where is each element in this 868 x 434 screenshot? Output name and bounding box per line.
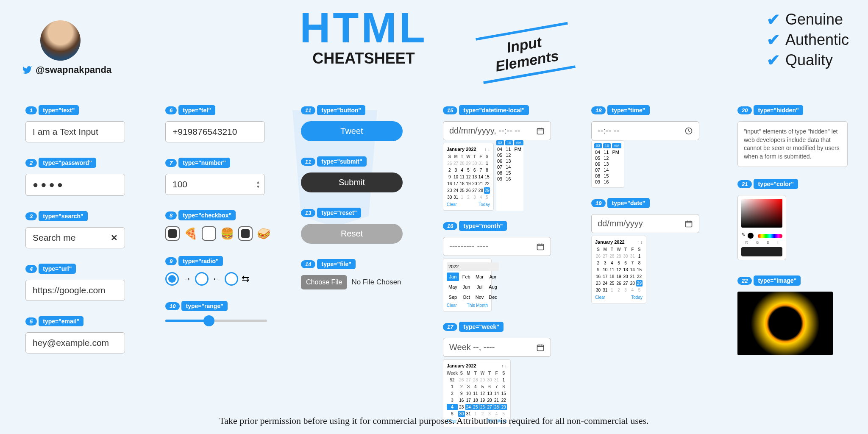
tag-banner: Input Elements <box>475 18 576 88</box>
radio-input[interactable] <box>225 272 238 286</box>
num-badge: 1 <box>25 106 37 114</box>
text-input[interactable]: I am a Text Input <box>25 121 125 142</box>
calendar-icon <box>684 220 693 228</box>
checklist: ✔Genuine ✔Authentic ✔Quality <box>767 10 849 71</box>
date-popup[interactable]: January 2022↑ ↓ SMTWTFS26272829303112345… <box>591 236 646 303</box>
month-input[interactable]: --------- ---- <box>443 237 551 256</box>
clock-icon <box>684 127 693 135</box>
week-input[interactable]: Week --, ---- <box>443 338 551 357</box>
datetime-local-input[interactable]: dd/mm/yyyy, --:-- -- <box>443 121 551 140</box>
sandwich-icon: 🥪 <box>257 227 270 240</box>
check-icon: ✔ <box>767 31 780 49</box>
month-popup[interactable]: 2022JanFebMarAprMayJunJulAugSepOctNovDec… <box>443 259 492 312</box>
check-icon: ✔ <box>767 10 780 29</box>
checkbox-input[interactable] <box>165 226 180 241</box>
file-choose-button[interactable]: Choose File <box>301 275 347 289</box>
tel-input[interactable]: +919876543210 <box>165 121 265 142</box>
burger-icon: 🍔 <box>220 227 234 240</box>
twitter-icon <box>22 65 32 75</box>
file-status: No File Chosen <box>351 278 401 287</box>
calendar-icon <box>536 343 545 352</box>
hue-slider[interactable] <box>758 234 782 238</box>
radio-input[interactable] <box>165 272 179 286</box>
avatar <box>40 20 81 61</box>
color-swatch <box>741 247 782 256</box>
calendar-icon <box>536 242 545 251</box>
range-input[interactable] <box>165 320 267 322</box>
reset-button[interactable]: Reset <box>301 224 403 244</box>
color-input[interactable]: ✎ R G B I <box>737 195 786 260</box>
arrow-right-icon: → <box>182 273 192 284</box>
eyedropper-icon[interactable]: ✎ <box>741 232 745 237</box>
time-input[interactable]: --:-- -- <box>591 121 699 140</box>
calendar-icon <box>536 127 545 135</box>
stepper-icon[interactable]: ▲▼ <box>256 180 260 189</box>
svg-rect-2 <box>537 345 544 351</box>
date-input[interactable]: dd/mm/yyyy <box>591 214 699 233</box>
check-icon: ✔ <box>767 51 780 70</box>
type-badge: type="text" <box>39 105 79 115</box>
url-input[interactable]: https://google.com <box>25 280 125 301</box>
submit-button[interactable]: Submit <box>301 172 403 192</box>
time-spinner[interactable]: 0310AM 0411PM05120613071408150916 <box>496 140 523 211</box>
pizza-icon: 🍕 <box>184 227 198 240</box>
svg-rect-0 <box>537 128 544 134</box>
number-input[interactable]: 100▲▼ <box>165 174 265 195</box>
subtitle: CHEATSHEET <box>289 50 438 67</box>
password-input[interactable]: ●●●● <box>25 174 125 196</box>
checkbox-input[interactable] <box>238 226 253 241</box>
twitter-handle: @swapnakpanda <box>36 64 111 75</box>
radio-input[interactable] <box>195 272 209 286</box>
search-input[interactable]: Search me✕ <box>25 227 125 248</box>
checkbox-input[interactable] <box>202 226 216 241</box>
main-title: HTML <box>289 6 438 49</box>
svg-rect-1 <box>537 244 544 250</box>
color-preview <box>748 233 754 239</box>
arrow-left-icon: ← <box>212 273 221 284</box>
calendar-popup[interactable]: January 2022↑ ↓ SMTWTFS26272829303112345… <box>443 143 494 211</box>
time-popup[interactable]: 0310AM 0411PM05120613071408150916 <box>591 140 624 188</box>
email-input[interactable]: hey@example.com <box>25 332 125 353</box>
svg-rect-4 <box>686 221 692 227</box>
swap-icon: ⇆ <box>242 273 249 284</box>
color-gradient[interactable] <box>741 199 782 228</box>
footer-text: Take prior permission before using it fo… <box>0 415 868 426</box>
hidden-description: "input" elements of type "hidden" let we… <box>737 121 848 167</box>
clear-icon[interactable]: ✕ <box>111 233 118 243</box>
range-thumb[interactable] <box>203 315 214 326</box>
image-input[interactable] <box>737 292 833 355</box>
tweet-button[interactable]: Tweet <box>301 121 403 141</box>
